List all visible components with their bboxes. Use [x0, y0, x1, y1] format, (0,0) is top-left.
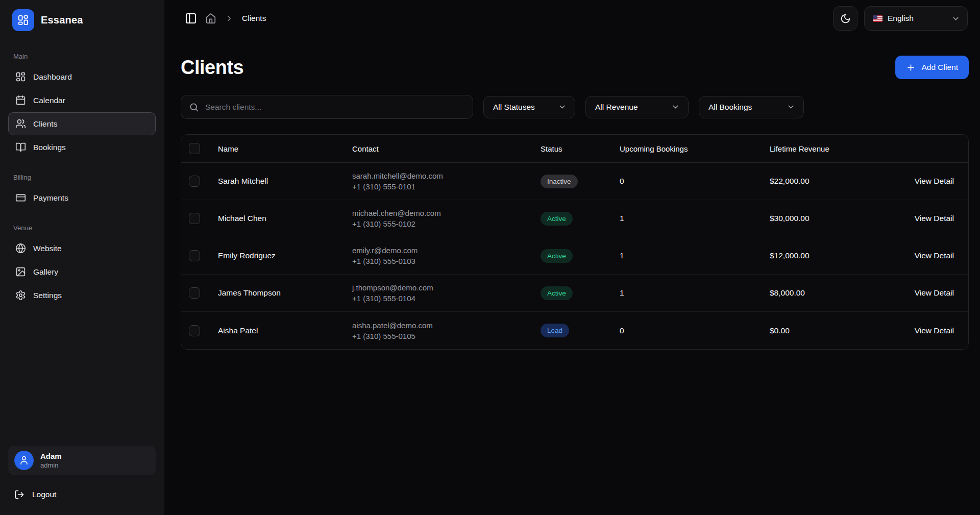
table-row: James Thompson j.thompson@demo.com +1 (3…	[181, 275, 968, 312]
clients-table: Name Contact Status Upcoming Bookings Li…	[181, 134, 969, 350]
sidebar-item-label: Gallery	[33, 267, 58, 277]
sidebar-item-bookings[interactable]: Bookings	[8, 136, 156, 159]
language-select[interactable]: English	[864, 6, 968, 31]
status-badge: Inactive	[541, 175, 578, 188]
add-client-button[interactable]: Add Client	[895, 56, 969, 79]
app-name: Essanea	[41, 14, 83, 26]
home-icon[interactable]	[205, 13, 216, 24]
chevron-down-icon	[951, 14, 960, 23]
status-filter-select[interactable]: All Statuses	[483, 96, 575, 118]
view-detail-link[interactable]: View Detail	[915, 251, 954, 260]
avatar	[14, 451, 34, 470]
add-client-label: Add Client	[921, 63, 958, 72]
language-selected: English	[888, 14, 914, 23]
row-checkbox[interactable]	[189, 250, 200, 261]
lifetime-revenue-value: $8,000.00	[770, 288, 892, 298]
table-row: Sarah Mitchell sarah.mitchell@demo.com +…	[181, 163, 968, 200]
table-row: Emily Rodriguez emily.r@demo.com +1 (310…	[181, 237, 968, 275]
upcoming-bookings-value: 1	[620, 251, 770, 260]
gear-icon	[15, 290, 26, 301]
sidebar-section-venue: Venue	[8, 224, 156, 232]
user-name: Adam	[40, 452, 62, 460]
client-email: michael.chen@demo.com	[352, 208, 541, 218]
client-email: j.thompson@demo.com	[352, 282, 541, 293]
sidebar-toggle-button[interactable]	[185, 12, 197, 24]
breadcrumb-current: Clients	[242, 14, 266, 23]
client-name: James Thompson	[218, 288, 352, 298]
client-name: Michael Chen	[218, 214, 352, 223]
us-flag-icon	[873, 15, 883, 22]
upcoming-bookings-value: 0	[620, 177, 770, 186]
main-area: Clients English Clients	[164, 0, 980, 515]
chevron-down-icon	[787, 103, 795, 111]
sidebar-item-settings[interactable]: Settings	[8, 284, 156, 307]
user-card[interactable]: Adam admin	[8, 446, 156, 475]
chevron-right-icon	[225, 14, 234, 23]
credit-card-icon	[15, 192, 26, 203]
upcoming-bookings-value: 0	[620, 326, 770, 335]
lifetime-revenue-value: $0.00	[770, 326, 892, 335]
user-role: admin	[40, 461, 62, 469]
view-detail-link[interactable]: View Detail	[915, 326, 954, 335]
client-email: emily.r@demo.com	[352, 245, 541, 256]
moon-icon	[840, 13, 851, 24]
row-checkbox[interactable]	[189, 176, 200, 187]
column-header-contact: Contact	[352, 144, 541, 153]
sidebar-item-calendar[interactable]: Calendar	[8, 89, 156, 112]
revenue-filter-select[interactable]: All Revenue	[585, 96, 689, 118]
status-badge: Active	[541, 286, 573, 300]
page-title: Clients	[181, 57, 243, 79]
sidebar-item-label: Calendar	[33, 96, 65, 105]
dashboard-icon	[15, 71, 26, 82]
client-phone: +1 (310) 555-0102	[352, 218, 541, 229]
sidebar-item-dashboard[interactable]: Dashboard	[8, 65, 156, 88]
view-detail-link[interactable]: View Detail	[915, 288, 954, 297]
column-header-name: Name	[218, 144, 352, 153]
client-name: Sarah Mitchell	[218, 177, 352, 186]
sidebar-item-label: Dashboard	[33, 72, 72, 82]
sidebar-item-payments[interactable]: Payments	[8, 186, 156, 209]
client-phone: +1 (310) 555-0104	[352, 293, 541, 304]
column-header-upcoming-bookings: Upcoming Bookings	[620, 144, 770, 153]
status-badge: Active	[541, 212, 573, 226]
sidebar-item-gallery[interactable]: Gallery	[8, 260, 156, 283]
users-icon	[15, 118, 26, 129]
client-email: sarah.mitchell@demo.com	[352, 170, 541, 181]
upcoming-bookings-value: 1	[620, 288, 770, 298]
plus-icon	[906, 63, 916, 72]
client-phone: +1 (310) 555-0105	[352, 331, 541, 341]
sidebar-item-label: Settings	[33, 291, 62, 300]
row-checkbox[interactable]	[189, 213, 200, 224]
sidebar-item-label: Payments	[33, 193, 68, 203]
sidebar-item-website[interactable]: Website	[8, 237, 156, 260]
sidebar-item-clients[interactable]: Clients	[8, 112, 156, 135]
content: Clients Add Client All Statuses	[164, 37, 980, 515]
view-detail-link[interactable]: View Detail	[915, 177, 954, 185]
lifetime-revenue-value: $22,000.00	[770, 177, 892, 186]
row-checkbox[interactable]	[189, 287, 200, 299]
client-name: Aisha Patel	[218, 326, 352, 335]
column-header-status: Status	[541, 144, 620, 153]
table-row: Aisha Patel aisha.patel@demo.com +1 (310…	[181, 312, 968, 349]
column-header-lifetime-revenue: Lifetime Revenue	[770, 144, 892, 153]
view-detail-link[interactable]: View Detail	[915, 214, 954, 223]
globe-icon	[15, 243, 26, 254]
revenue-filter-value: All Revenue	[595, 103, 638, 112]
logout-label: Logout	[32, 490, 56, 499]
search-input[interactable]	[205, 103, 465, 112]
bookings-filter-select[interactable]: All Bookings	[699, 96, 804, 118]
client-name: Emily Rodriguez	[218, 251, 352, 260]
table-row: Michael Chen michael.chen@demo.com +1 (3…	[181, 200, 968, 237]
sidebar-section-billing: Billing	[8, 174, 156, 181]
bookings-filter-value: All Bookings	[708, 103, 752, 112]
logout-button[interactable]: Logout	[8, 486, 156, 505]
chevron-down-icon	[671, 103, 680, 111]
select-all-checkbox[interactable]	[189, 143, 200, 154]
calendar-icon	[15, 95, 26, 106]
upcoming-bookings-value: 1	[620, 214, 770, 223]
logout-icon	[14, 489, 24, 500]
book-open-icon	[15, 142, 26, 153]
row-checkbox[interactable]	[189, 325, 200, 336]
breadcrumb: Clients	[185, 12, 266, 24]
theme-toggle-button[interactable]	[833, 6, 857, 31]
